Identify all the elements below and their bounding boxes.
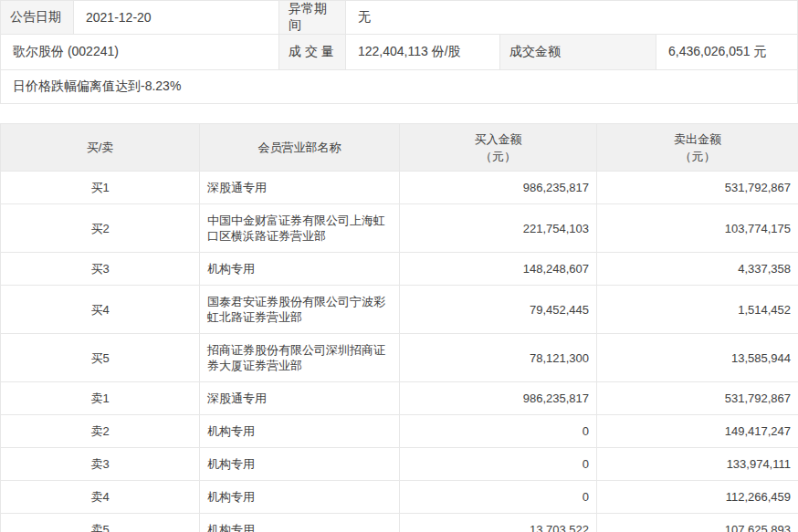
summary-row-date: 公告日期 2021-12-20 异常期间 无 [1, 1, 797, 35]
table-row: 买5招商证券股份有限公司深圳招商证券大厦证券营业部78,121,30013,58… [1, 334, 798, 382]
cell-side: 买2 [1, 204, 200, 253]
cell-buy-amount: 0 [400, 481, 597, 514]
table-row: 卖4机构专用0112,266,459 [1, 481, 798, 514]
summary-row-reason: 日价格跌幅偏离值达到-8.23% [1, 70, 797, 103]
cell-buy-amount: 79,452,445 [400, 286, 597, 334]
col-header-branch: 会员营业部名称 [200, 124, 400, 172]
cell-side: 买3 [1, 253, 200, 286]
sell-amount-unit: （元） [597, 148, 798, 165]
table-row: 卖1深股通专用986,235,817531,792,867 [1, 382, 798, 415]
cell-branch-name: 机构专用 [200, 481, 400, 514]
cell-side: 卖5 [1, 514, 200, 532]
table-row: 卖2机构专用0149,417,247 [1, 415, 798, 448]
cell-sell-amount: 107,625,893 [597, 514, 798, 532]
cell-buy-amount: 148,248,607 [400, 253, 597, 286]
table-row: 买1深股通专用986,235,817531,792,867 [1, 172, 798, 204]
cell-buy-amount: 0 [400, 448, 597, 481]
announce-date-value: 2021-12-20 [74, 1, 279, 34]
volume-value: 122,404,113 份/股 [346, 35, 500, 69]
announce-date-label: 公告日期 [1, 1, 74, 34]
cell-side: 卖4 [1, 481, 200, 514]
cell-buy-amount: 986,235,817 [400, 382, 597, 415]
cell-side: 卖1 [1, 382, 200, 415]
cell-side: 买1 [1, 172, 200, 204]
cell-sell-amount: 4,337,358 [597, 253, 798, 286]
cell-branch-name: 招商证券股份有限公司深圳招商证券大厦证券营业部 [200, 334, 400, 382]
col-header-buy-amount: 买入金额 （元） [400, 124, 597, 172]
listing-reason: 日价格跌幅偏离值达到-8.23% [1, 70, 797, 103]
cell-buy-amount: 986,235,817 [400, 172, 597, 204]
cell-branch-name: 深股通专用 [200, 382, 400, 415]
cell-sell-amount: 531,792,867 [597, 172, 798, 204]
cell-branch-name: 机构专用 [200, 514, 400, 532]
section-spacer [0, 104, 798, 123]
cell-branch-name: 中国中金财富证券有限公司上海虹口区横浜路证券营业部 [200, 204, 400, 253]
cell-branch-name: 机构专用 [200, 448, 400, 481]
cell-sell-amount: 531,792,867 [597, 382, 798, 415]
cell-branch-name: 深股通专用 [200, 172, 400, 204]
cell-buy-amount: 221,754,103 [400, 204, 597, 253]
abnormal-period-value: 无 [346, 1, 797, 34]
col-header-side: 买/卖 [1, 124, 200, 172]
cell-side: 卖2 [1, 415, 200, 448]
cell-branch-name: 国泰君安证券股份有限公司宁波彩虹北路证券营业部 [200, 286, 400, 334]
cell-side: 买5 [1, 334, 200, 382]
buy-amount-unit: （元） [400, 148, 596, 165]
sell-amount-title: 卖出金额 [597, 130, 798, 148]
cell-side: 买4 [1, 286, 200, 334]
table-row: 卖3机构专用0133,974,111 [1, 448, 798, 481]
cell-sell-amount: 133,974,111 [597, 448, 798, 481]
abnormal-period-label: 异常期间 [279, 1, 346, 34]
cell-branch-name: 机构专用 [200, 253, 400, 286]
table-header-row: 买/卖 会员营业部名称 买入金额 （元） 卖出金额 （元） [1, 124, 798, 172]
cell-sell-amount: 149,417,247 [597, 415, 798, 448]
summary-row-volume: 歌尔股份 (002241) 成 交 量 122,404,113 份/股 成交金额… [1, 35, 797, 70]
cell-buy-amount: 13,703,522 [400, 514, 597, 532]
cell-buy-amount: 78,121,300 [400, 334, 597, 382]
broker-rankings-table: 买/卖 会员营业部名称 买入金额 （元） 卖出金额 （元） 买1深股通专用986… [0, 123, 798, 532]
cell-sell-amount: 1,514,452 [597, 286, 798, 334]
table-row: 买4国泰君安证券股份有限公司宁波彩虹北路证券营业部79,452,4451,514… [1, 286, 798, 334]
col-header-sell-amount: 卖出金额 （元） [597, 124, 798, 172]
table-row: 买3机构专用148,248,6074,337,358 [1, 253, 798, 286]
buy-amount-title: 买入金额 [400, 130, 596, 148]
cell-sell-amount: 112,266,459 [597, 481, 798, 514]
table-row: 买2中国中金财富证券有限公司上海虹口区横浜路证券营业部221,754,10310… [1, 204, 798, 253]
stock-summary-panel: 公告日期 2021-12-20 异常期间 无 歌尔股份 (002241) 成 交… [0, 0, 798, 104]
cell-buy-amount: 0 [400, 415, 597, 448]
cell-side: 卖3 [1, 448, 200, 481]
cell-sell-amount: 13,585,944 [597, 334, 798, 382]
cell-branch-name: 机构专用 [200, 415, 400, 448]
turnover-label: 成交金额 [500, 35, 656, 69]
stock-name: 歌尔股份 (002241) [1, 35, 279, 69]
table-row: 卖5机构专用13,703,522107,625,893 [1, 514, 798, 532]
cell-sell-amount: 103,774,175 [597, 204, 798, 253]
volume-label: 成 交 量 [279, 35, 346, 69]
turnover-value: 6,436,026,051 元 [656, 35, 797, 69]
